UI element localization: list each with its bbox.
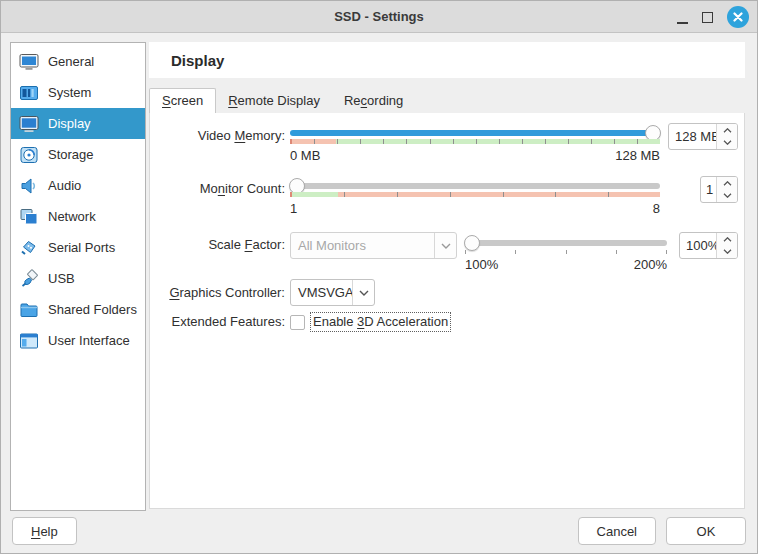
tab-recording[interactable]: Recording bbox=[332, 89, 415, 113]
chevron-down-icon bbox=[434, 233, 456, 258]
video-memory-spinbox[interactable]: 128 MB bbox=[668, 123, 738, 150]
sidebar-item-label: Audio bbox=[48, 178, 81, 193]
sidebar-item-storage[interactable]: Storage bbox=[11, 139, 145, 170]
monitor-count-slider[interactable]: 1 8 bbox=[290, 176, 660, 216]
video-memory-slider[interactable]: 0 MB 128 MB bbox=[290, 123, 660, 163]
monitor-count-label: Monitor Count: bbox=[162, 176, 285, 202]
user-interface-icon bbox=[18, 330, 39, 351]
scale-factor-monitor-combo[interactable]: All Monitors bbox=[290, 232, 457, 259]
extended-features-label: Extended Features: bbox=[162, 312, 285, 332]
sidebar-item-audio[interactable]: Audio bbox=[11, 170, 145, 201]
chevron-up-icon bbox=[723, 181, 732, 186]
sidebar-item-label: Display bbox=[48, 116, 91, 131]
scale-factor-max-label: 200% bbox=[634, 257, 667, 272]
audio-icon bbox=[18, 175, 39, 196]
scale-factor-slider[interactable]: 100% 200% bbox=[465, 232, 667, 272]
dialog-body: General System Display Storage bbox=[1, 33, 757, 509]
sidebar-item-usb[interactable]: USB bbox=[11, 263, 145, 294]
scale-factor-ticks bbox=[465, 250, 667, 254]
spin-down-button[interactable] bbox=[717, 137, 737, 150]
display-icon bbox=[18, 113, 39, 134]
video-memory-max-label: 128 MB bbox=[615, 148, 660, 163]
sidebar-item-system[interactable]: System bbox=[11, 77, 145, 108]
sidebar-item-label: Serial Ports bbox=[48, 240, 115, 255]
page-header: Display bbox=[149, 42, 745, 78]
sidebar-item-label: General bbox=[48, 54, 94, 69]
scale-factor-row: Scale Factor: All Monitors 100% 200% bbox=[162, 232, 738, 272]
sidebar-item-label: USB bbox=[48, 271, 75, 286]
sidebar-item-label: System bbox=[48, 85, 91, 100]
spin-down-button[interactable] bbox=[717, 246, 737, 259]
chevron-down-icon bbox=[723, 193, 732, 198]
sidebar-item-label: Shared Folders bbox=[48, 302, 137, 317]
system-icon bbox=[18, 82, 39, 103]
chevron-up-icon bbox=[723, 128, 732, 133]
usb-icon bbox=[18, 268, 39, 289]
titlebar[interactable]: SSD - Settings bbox=[1, 1, 757, 33]
monitor-count-spinbox[interactable]: 1 bbox=[700, 176, 738, 203]
sidebar-item-display[interactable]: Display bbox=[11, 108, 145, 139]
tab-remote-display[interactable]: Remote Display bbox=[216, 89, 332, 113]
chevron-down-icon bbox=[352, 280, 374, 305]
tab-screen[interactable]: Screen bbox=[149, 88, 216, 114]
shared-folders-icon bbox=[18, 299, 39, 320]
chevron-down-icon bbox=[723, 140, 732, 145]
scale-factor-spinbox[interactable]: 100% bbox=[679, 232, 738, 259]
chevron-down-icon bbox=[723, 249, 732, 254]
enable-3d-acceleration-label[interactable]: Enable 3D Acceleration bbox=[311, 313, 450, 331]
enable-3d-acceleration-checkbox[interactable] bbox=[290, 315, 305, 330]
spin-up-button[interactable] bbox=[717, 124, 737, 137]
video-memory-label: Video Memory: bbox=[162, 123, 285, 149]
sidebar-item-serial-ports[interactable]: Serial Ports bbox=[11, 232, 145, 263]
help-button[interactable]: Help bbox=[12, 517, 77, 545]
minimize-icon[interactable] bbox=[677, 11, 688, 24]
monitor-count-row: Monitor Count: 1 8 1 bbox=[162, 176, 738, 216]
screen-tab-panel: Video Memory: 0 MB 128 MB 128 MB bbox=[149, 113, 745, 509]
spin-down-button[interactable] bbox=[717, 190, 737, 203]
video-memory-range-band bbox=[290, 139, 660, 144]
network-icon bbox=[18, 206, 39, 227]
maximize-icon[interactable] bbox=[702, 12, 713, 23]
sidebar-item-label: User Interface bbox=[48, 333, 130, 348]
graphics-controller-label: Graphics Controller: bbox=[162, 280, 285, 306]
cancel-button[interactable]: Cancel bbox=[578, 517, 656, 545]
scale-factor-label: Scale Factor: bbox=[162, 232, 285, 258]
general-icon bbox=[18, 51, 39, 72]
slider-handle[interactable] bbox=[464, 235, 480, 251]
sidebar-item-label: Network bbox=[48, 209, 96, 224]
scale-factor-min-label: 100% bbox=[465, 257, 498, 272]
close-icon[interactable] bbox=[727, 6, 749, 28]
window-title: SSD - Settings bbox=[334, 9, 424, 24]
monitor-count-max-label: 8 bbox=[653, 201, 660, 216]
sidebar-item-general[interactable]: General bbox=[11, 46, 145, 77]
spin-up-button[interactable] bbox=[717, 177, 737, 190]
sidebar-item-label: Storage bbox=[48, 147, 94, 162]
sidebar-item-shared-folders[interactable]: Shared Folders bbox=[11, 294, 145, 325]
video-memory-min-label: 0 MB bbox=[290, 148, 320, 163]
tab-bar: Screen Remote Display Recording bbox=[149, 89, 745, 114]
serial-ports-icon bbox=[18, 237, 39, 258]
window-controls bbox=[677, 1, 749, 33]
storage-icon bbox=[18, 144, 39, 165]
graphics-controller-row: Graphics Controller: VMSVGA bbox=[162, 279, 738, 306]
spin-up-button[interactable] bbox=[717, 233, 737, 246]
monitor-count-range-band bbox=[290, 192, 660, 197]
chevron-up-icon bbox=[723, 237, 732, 242]
sidebar-item-user-interface[interactable]: User Interface bbox=[11, 325, 145, 356]
video-memory-row: Video Memory: 0 MB 128 MB 128 MB bbox=[162, 123, 738, 163]
graphics-controller-combo[interactable]: VMSVGA bbox=[290, 279, 375, 306]
monitor-count-min-label: 1 bbox=[290, 201, 297, 216]
page-title: Display bbox=[171, 52, 224, 69]
category-list: General System Display Storage bbox=[10, 42, 146, 511]
sidebar-item-network[interactable]: Network bbox=[11, 201, 145, 232]
ok-button[interactable]: OK bbox=[666, 517, 746, 545]
extended-features-row: Extended Features: Enable 3D Acceleratio… bbox=[162, 312, 738, 332]
button-box: Help Cancel OK bbox=[1, 509, 757, 553]
settings-window: SSD - Settings General System bbox=[0, 0, 758, 554]
